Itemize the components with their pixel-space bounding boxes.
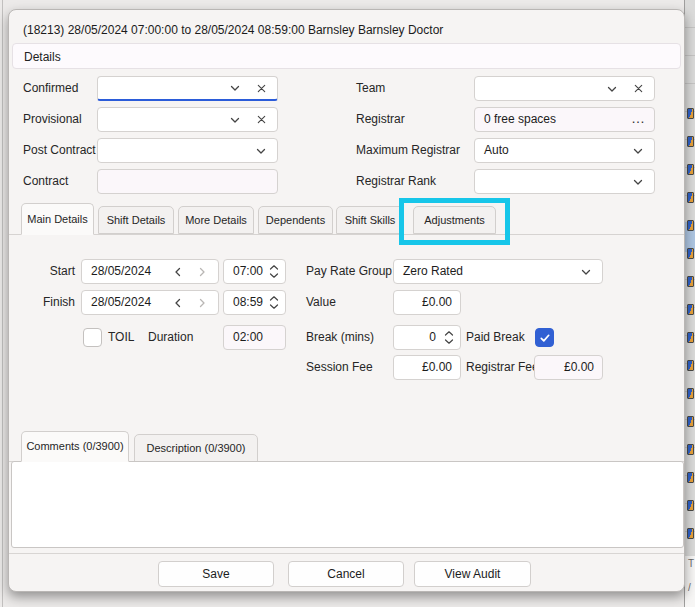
adjustments-highlight-box	[399, 198, 510, 245]
registrar-rank-combobox[interactable]	[474, 169, 655, 194]
chevron-down-icon[interactable]	[227, 112, 243, 128]
confirmed-label: Confirmed	[23, 76, 78, 101]
session-fee-label: Session Fee	[306, 355, 373, 380]
toil-label: TOIL	[108, 325, 134, 350]
footer-divider	[9, 553, 684, 554]
break-mins-label: Break (mins)	[306, 325, 374, 350]
start-time-spinner[interactable]	[267, 261, 281, 282]
details-section-header: Details	[12, 43, 681, 69]
registrar-rank-label: Registrar Rank	[356, 169, 436, 194]
break-mins-field[interactable]: 0	[393, 325, 461, 350]
start-date-field[interactable]: 28/05/2024	[81, 259, 219, 284]
duration-label: Duration	[148, 325, 193, 350]
background-row-icon	[687, 164, 694, 175]
background-window-edge	[2, 0, 3, 607]
save-button[interactable]: Save	[158, 561, 274, 587]
chevron-down-icon[interactable]	[227, 80, 243, 96]
tab-main-details[interactable]: Main Details	[21, 203, 94, 235]
contract-label: Contract	[23, 169, 68, 194]
finish-date-field[interactable]: 28/05/2024	[81, 290, 219, 315]
registrar-field[interactable]: 0 free spaces …	[474, 107, 655, 132]
registrar-fee-label: Registrar Fee	[466, 355, 539, 380]
chevron-down-icon[interactable]	[630, 174, 646, 190]
background-row-icon	[687, 416, 694, 427]
post-contract-combobox[interactable]	[97, 138, 278, 163]
chevron-down-icon[interactable]	[630, 143, 646, 159]
background-row-icon	[687, 276, 694, 287]
clear-icon[interactable]	[253, 80, 269, 96]
team-label: Team	[356, 76, 385, 101]
registrar-label: Registrar	[356, 107, 405, 132]
session-fee-field[interactable]: £0.00	[393, 355, 461, 380]
check-icon	[539, 332, 551, 344]
previous-day-icon[interactable]	[170, 264, 186, 280]
clear-icon[interactable]	[253, 112, 269, 128]
provisional-combobox[interactable]	[97, 107, 278, 132]
contract-field	[97, 169, 278, 194]
details-section-label: Details	[24, 50, 61, 64]
background-row-icon	[687, 360, 694, 371]
background-row-icon	[687, 388, 694, 399]
paid-break-label: Paid Break	[466, 325, 525, 350]
previous-day-icon[interactable]	[170, 295, 186, 311]
chevron-down-icon[interactable]	[604, 81, 620, 97]
background-row-icon	[687, 444, 694, 455]
next-day-icon[interactable]	[194, 295, 210, 311]
background-grid-strip: T /	[684, 0, 695, 607]
view-audit-button[interactable]: View Audit	[414, 561, 531, 587]
finish-time-field[interactable]: 08:59	[223, 290, 286, 315]
background-row-icon	[687, 304, 694, 315]
next-day-icon[interactable]	[194, 264, 210, 280]
post-contract-label: Post Contract	[23, 138, 96, 163]
tab-dependents[interactable]: Dependents	[258, 206, 333, 234]
registrar-fee-field: £0.00	[534, 355, 603, 380]
start-time-field[interactable]: 07:00	[223, 259, 286, 284]
tabstrip-baseline	[9, 234, 684, 235]
background-row-icon	[687, 108, 694, 119]
background-row-icon	[687, 332, 694, 343]
chevron-down-icon[interactable]	[578, 264, 594, 280]
shift-edit-dialog: (18213) 28/05/2024 07:00:00 to 28/05/202…	[8, 9, 685, 592]
toil-checkbox[interactable]	[83, 328, 102, 347]
break-mins-spinner[interactable]	[442, 327, 456, 348]
background-text-fragment: T	[688, 558, 694, 569]
maximum-registrar-combobox[interactable]: Auto	[474, 138, 655, 163]
background-row-icon	[687, 192, 694, 203]
background-row-icon	[687, 136, 694, 147]
chevron-down-icon[interactable]	[253, 143, 269, 159]
more-options-icon[interactable]: …	[631, 108, 646, 129]
background-text-fragment: /	[688, 582, 691, 593]
tab-comments[interactable]: Comments (0/3900)	[21, 431, 129, 462]
start-label: Start	[17, 259, 75, 284]
pay-rate-group-combobox[interactable]: Zero Rated	[393, 259, 603, 284]
team-combobox[interactable]	[474, 76, 655, 101]
tab-shift-skills[interactable]: Shift Skills	[336, 206, 404, 234]
comments-textarea[interactable]	[11, 461, 684, 548]
dialog-title: (18213) 28/05/2024 07:00:00 to 28/05/202…	[23, 23, 443, 37]
background-row-icon	[687, 220, 694, 231]
cancel-button[interactable]: Cancel	[288, 561, 404, 587]
tab-more-details[interactable]: More Details	[178, 206, 254, 234]
provisional-label: Provisional	[23, 107, 82, 132]
value-field[interactable]: £0.00	[393, 290, 461, 315]
tab-shift-details[interactable]: Shift Details	[98, 206, 174, 234]
background-row-icon	[687, 248, 694, 259]
confirmed-combobox[interactable]	[97, 76, 278, 101]
duration-field: 02:00	[223, 325, 286, 350]
value-label: Value	[306, 290, 336, 315]
maximum-registrar-label: Maximum Registrar	[356, 138, 460, 163]
background-row-icon	[687, 472, 694, 483]
finish-time-spinner[interactable]	[267, 292, 281, 313]
background-row-icon	[687, 500, 694, 511]
finish-label: Finish	[17, 290, 75, 315]
background-footer: T /	[685, 556, 695, 607]
paid-break-checkbox[interactable]	[535, 328, 554, 347]
pay-rate-group-label: Pay Rate Group*	[306, 259, 398, 284]
clear-icon[interactable]	[630, 81, 646, 97]
background-row-icon	[687, 528, 694, 539]
tab-description[interactable]: Description (0/3900)	[134, 434, 258, 462]
